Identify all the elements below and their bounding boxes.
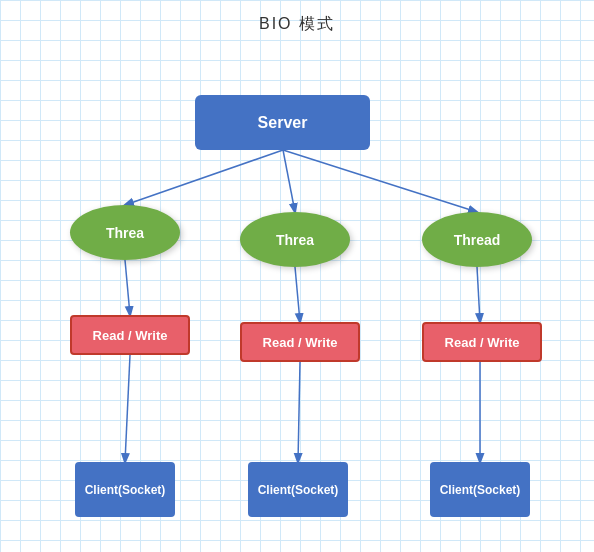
thread-label-1: Threa: [106, 225, 144, 241]
client-box-1: Client(Socket): [75, 462, 175, 517]
client-box-3: Client(Socket): [430, 462, 530, 517]
server-box: Server: [195, 95, 370, 150]
thread-ellipse-2: Threa: [240, 212, 350, 267]
rw-box-1: Read / Write: [70, 315, 190, 355]
rw-label-2: Read / Write: [263, 335, 338, 350]
thread-ellipse-1: Threa: [70, 205, 180, 260]
rw-box-2: Read / Write: [240, 322, 360, 362]
diagram: BIO 模式 Server Threa Threa Thread Read / …: [0, 0, 594, 552]
client-label-2: Client(Socket): [258, 483, 339, 497]
server-label: Server: [258, 114, 308, 132]
diagram-title: BIO 模式: [0, 14, 594, 35]
thread-label-2: Threa: [276, 232, 314, 248]
client-label-1: Client(Socket): [85, 483, 166, 497]
client-label-3: Client(Socket): [440, 483, 521, 497]
client-box-2: Client(Socket): [248, 462, 348, 517]
rw-label-3: Read / Write: [445, 335, 520, 350]
rw-label-1: Read / Write: [93, 328, 168, 343]
rw-box-3: Read / Write: [422, 322, 542, 362]
thread-ellipse-3: Thread: [422, 212, 532, 267]
thread-label-3: Thread: [454, 232, 501, 248]
